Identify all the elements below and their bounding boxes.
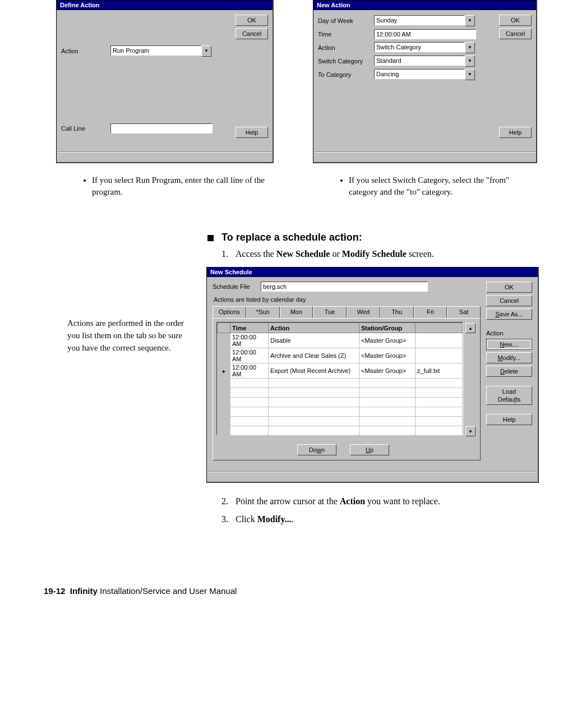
ok-button[interactable]: OK bbox=[486, 282, 532, 293]
switch-category-combo[interactable]: Standard bbox=[374, 56, 465, 66]
bullet-text-right: If you select Switch Category, select th… bbox=[349, 174, 534, 198]
action-combo[interactable]: Run Program bbox=[110, 45, 201, 56]
cancel-button[interactable]: Cancel bbox=[236, 28, 268, 39]
define-action-title: Define Action bbox=[57, 1, 273, 10]
tab-sun[interactable]: *Sun bbox=[246, 306, 280, 318]
section-heading: To replace a schedule action: bbox=[221, 232, 362, 243]
chevron-down-icon[interactable]: ▼ bbox=[465, 56, 475, 67]
action-combo[interactable]: Switch Category bbox=[374, 42, 465, 52]
cancel-button[interactable]: Cancel bbox=[499, 28, 532, 39]
new-button[interactable]: New.... bbox=[486, 339, 532, 350]
bullet-text-left: If you select Run Program, enter the cal… bbox=[92, 174, 270, 198]
tab-wed[interactable]: Wed bbox=[347, 306, 380, 318]
help-button[interactable]: Help bbox=[486, 414, 532, 425]
day-of-week-label: Day of Week bbox=[318, 17, 374, 24]
define-action-dialog: Define Action OK Cancel Action Run Progr… bbox=[56, 0, 274, 163]
chevron-down-icon[interactable]: ▼ bbox=[465, 42, 475, 53]
scroll-up-icon[interactable]: ▲ bbox=[465, 323, 476, 333]
table-row[interactable]: ▸ 12:00:00 AM Export (Most Recent Archiv… bbox=[218, 363, 463, 379]
col-station: Station/Group bbox=[359, 323, 416, 333]
table-row[interactable] bbox=[218, 388, 463, 398]
action-label: Action bbox=[318, 44, 374, 51]
help-button[interactable]: Help bbox=[499, 127, 532, 138]
new-action-dialog: New Action OK Cancel Day of Week Sunday … bbox=[313, 0, 537, 163]
chevron-down-icon[interactable]: ▼ bbox=[201, 45, 211, 57]
up-button[interactable]: Up bbox=[350, 444, 389, 455]
table-row[interactable]: 12:00:00 AM Archive and Clear Sales (Z) … bbox=[218, 348, 463, 363]
load-defaults-button[interactable]: LoadDefaults bbox=[486, 386, 532, 405]
tab-fri[interactable]: Fri bbox=[414, 306, 447, 318]
switch-category-label: Switch Category bbox=[318, 58, 374, 64]
schedule-note: Actions are listed by calendar day bbox=[214, 296, 481, 303]
day-tabs: Options *Sun Mon Tue Wed Thu Fri Sat bbox=[213, 306, 481, 318]
tab-sat[interactable]: Sat bbox=[447, 306, 481, 318]
table-row[interactable]: 12:00:00 AM Disable <Master Group> bbox=[218, 333, 463, 348]
table-row[interactable] bbox=[218, 398, 463, 407]
down-button[interactable]: Down bbox=[297, 444, 336, 455]
page-number: 19-12 bbox=[44, 586, 65, 596]
status-bar bbox=[315, 151, 535, 161]
ok-button[interactable]: OK bbox=[236, 15, 268, 26]
table-row[interactable] bbox=[218, 417, 463, 426]
modify-button[interactable]: Modify... bbox=[486, 352, 532, 363]
side-note: Actions are performed in the order you l… bbox=[67, 267, 185, 354]
chevron-down-icon[interactable]: ▼ bbox=[465, 15, 475, 26]
actions-grid[interactable]: Time Action Station/Group 12:00:00 AM Di bbox=[216, 322, 463, 435]
to-category-combo[interactable]: Dancing bbox=[374, 69, 465, 79]
table-row[interactable] bbox=[218, 407, 463, 417]
step-2: 2. Point the arrow cursor at the Action … bbox=[221, 496, 563, 506]
ok-button[interactable]: OK bbox=[499, 15, 532, 26]
square-bullet-icon bbox=[207, 235, 214, 241]
new-schedule-dialog: New Schedule OK Cancel Save As... Action… bbox=[206, 267, 539, 483]
status-bar bbox=[58, 151, 271, 161]
tab-mon[interactable]: Mon bbox=[280, 306, 313, 318]
call-line-input[interactable] bbox=[110, 123, 213, 133]
new-schedule-title: New Schedule bbox=[207, 268, 538, 277]
cancel-button[interactable]: Cancel bbox=[486, 295, 532, 306]
schedule-file-label: Schedule File bbox=[213, 283, 261, 290]
schedule-file-input[interactable]: berg.sch bbox=[261, 282, 428, 292]
col-action: Action bbox=[269, 323, 359, 333]
step-1: 1. Access the New Schedule or Modify Sch… bbox=[221, 249, 563, 259]
time-label: Time bbox=[318, 31, 374, 38]
step-3: 3. Click Modify.... bbox=[221, 514, 563, 524]
col-time: Time bbox=[230, 323, 269, 333]
table-row[interactable] bbox=[218, 426, 463, 436]
action-group-label: Action bbox=[486, 329, 532, 337]
status-bar bbox=[208, 471, 537, 481]
day-of-week-combo[interactable]: Sunday bbox=[374, 15, 465, 25]
new-action-title: New Action bbox=[313, 1, 536, 10]
tab-options[interactable]: Options bbox=[213, 306, 246, 318]
table-row[interactable] bbox=[218, 436, 463, 445]
page-footer: 19-12 Infinity Installation/Service and … bbox=[44, 586, 563, 596]
call-line-label: Call Line bbox=[61, 125, 110, 132]
help-button[interactable]: Help bbox=[236, 127, 268, 138]
to-category-label: To Category bbox=[318, 71, 374, 78]
time-input[interactable]: 12:00:00 AM bbox=[374, 29, 476, 39]
delete-button[interactable]: Delete bbox=[486, 366, 532, 377]
save-as-button[interactable]: Save As... bbox=[486, 308, 532, 320]
tab-tue[interactable]: Tue bbox=[313, 306, 347, 318]
table-row[interactable] bbox=[218, 379, 463, 388]
chevron-down-icon[interactable]: ▼ bbox=[465, 69, 475, 80]
scroll-down-icon[interactable]: ▼ bbox=[465, 426, 476, 436]
tab-thu[interactable]: Thu bbox=[380, 306, 414, 318]
action-label: Action bbox=[61, 48, 110, 54]
